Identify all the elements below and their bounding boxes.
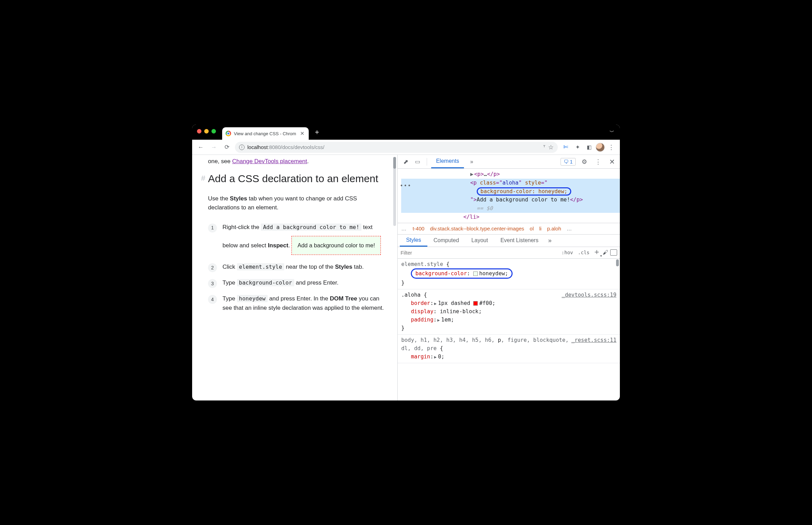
url-port: :8080 bbox=[268, 144, 281, 150]
subtabs-overflow-icon[interactable]: » bbox=[545, 237, 555, 244]
ellipsis-icon[interactable]: ••• bbox=[400, 182, 412, 190]
cls-toggle[interactable]: .cls bbox=[576, 250, 591, 255]
crumb-item-selected[interactable]: p.aloh bbox=[547, 226, 561, 231]
rules-scrollbar[interactable] bbox=[616, 259, 619, 266]
crumb-item[interactable]: ol bbox=[530, 226, 534, 231]
close-window-button[interactable] bbox=[197, 129, 201, 133]
tabs-overflow-icon[interactable]: » bbox=[465, 155, 478, 168]
list-item: 2 Click element.style near the top of th… bbox=[208, 262, 388, 272]
inline-code: Add a background color to me! bbox=[261, 224, 361, 231]
heading-text: Add a CSS declaration to an element bbox=[208, 173, 378, 184]
highlight-style: background-color: honeydew; bbox=[477, 187, 571, 196]
inline-code: background-color bbox=[237, 279, 294, 286]
scissors-icon[interactable]: ✄ bbox=[561, 142, 571, 152]
issues-count: 1 bbox=[570, 159, 573, 165]
browser-menu-icon[interactable]: ⋮ bbox=[606, 142, 616, 152]
bookmark-star-icon[interactable]: ☆ bbox=[548, 143, 554, 151]
new-rule-icon[interactable]: ＋▾ bbox=[593, 247, 601, 257]
maximize-window-button[interactable] bbox=[211, 129, 216, 133]
extensions-icon[interactable]: ✦ bbox=[572, 142, 583, 152]
page-scrollbar[interactable] bbox=[393, 157, 396, 226]
chrome-favicon-icon bbox=[226, 131, 231, 136]
crumb-more[interactable]: … bbox=[567, 226, 573, 231]
device-toolbar-icon[interactable]: ▭ bbox=[412, 157, 423, 167]
heading-anchor-icon[interactable]: # bbox=[201, 174, 205, 183]
devtools-panel: ⬈ ▭ Elements » 🗨 1 ⚙ ⋮ ✕ ••• ▶<p>…</p> bbox=[397, 155, 620, 400]
address-bar[interactable]: i localhost:8080/docs/devtools/css/ ᵀ ☆ bbox=[235, 142, 558, 153]
step-number: 3 bbox=[208, 279, 217, 288]
link-change-placement[interactable]: Change DevTools placement bbox=[232, 158, 307, 165]
highlight-declaration: background-color: honeydew; bbox=[411, 268, 513, 279]
dom-breadcrumb[interactable]: … t-400 div.stack.stack--block.type.cent… bbox=[398, 223, 620, 235]
tab-list-chevron-icon[interactable]: ﹀ bbox=[610, 129, 614, 135]
url-path: /docs/devtools/css/ bbox=[281, 144, 325, 150]
styles-subtabs: Styles Computed Layout Event Listeners » bbox=[398, 235, 620, 247]
back-button[interactable]: ← bbox=[196, 142, 206, 152]
separator bbox=[427, 158, 427, 166]
crumb-item[interactable]: div.stack.stack--block.type.center-image… bbox=[430, 226, 524, 231]
dom-node[interactable]: </li> bbox=[401, 213, 620, 221]
forward-button[interactable]: → bbox=[209, 142, 219, 152]
crumb-more[interactable]: … bbox=[401, 226, 407, 231]
intro-paragraph: Use the Styles tab when you want to chan… bbox=[208, 194, 388, 212]
styles-filter-input[interactable] bbox=[400, 250, 558, 256]
dom-node[interactable]: ▶<p>…</p> bbox=[401, 170, 620, 179]
content: one, see Change DevTools placement. # Ad… bbox=[192, 155, 620, 400]
step-number: 4 bbox=[208, 295, 217, 304]
profile-avatar[interactable] bbox=[596, 143, 605, 152]
url-host: localhost bbox=[247, 144, 268, 150]
color-swatch-icon[interactable] bbox=[473, 271, 478, 276]
settings-gear-icon[interactable]: ⚙ bbox=[579, 157, 590, 167]
step-number: 1 bbox=[208, 224, 217, 232]
toggle-sidebar-icon[interactable] bbox=[610, 249, 617, 256]
dom-tree[interactable]: ••• ▶<p>…</p> <p class="aloha" style=" b… bbox=[398, 169, 620, 223]
hov-toggle[interactable]: :hov bbox=[560, 250, 575, 255]
rule-reset[interactable]: _reset.scss:11 body, h1, h2, h3, h4, h5,… bbox=[398, 335, 620, 363]
tab-title: View and change CSS - Chrom bbox=[234, 131, 296, 136]
new-tab-button[interactable]: ＋ bbox=[312, 127, 322, 137]
url-text: localhost:8080/docs/devtools/css/ bbox=[247, 144, 324, 150]
subtab-layout[interactable]: Layout bbox=[465, 235, 494, 247]
devtools-toolbar: ⬈ ▭ Elements » 🗨 1 ⚙ ⋮ ✕ bbox=[398, 155, 620, 169]
list-item: 4 Type honeydew and press Enter. In the … bbox=[208, 294, 388, 313]
rule-element-style[interactable]: element.style { background-color: honeyd… bbox=[398, 259, 620, 289]
side-panel-icon[interactable]: ◧ bbox=[584, 142, 594, 152]
steps-list: 1 Right-click the Add a background color… bbox=[208, 223, 388, 313]
site-info-icon[interactable]: i bbox=[239, 145, 245, 150]
rule-source-link[interactable]: _devtools.scss:19 bbox=[562, 291, 616, 299]
inspect-element-icon[interactable]: ⬈ bbox=[400, 157, 411, 167]
crumb-item[interactable]: li bbox=[539, 226, 542, 231]
tab-elements[interactable]: Elements bbox=[431, 155, 464, 168]
expand-caret-icon[interactable]: ▶ bbox=[470, 171, 473, 177]
subtab-computed[interactable]: Computed bbox=[427, 235, 465, 247]
crumb-item[interactable]: t-400 bbox=[413, 226, 424, 231]
color-swatch-icon[interactable] bbox=[473, 301, 478, 306]
dom-node-selected[interactable]: <p class="aloha" style=" background-colo… bbox=[401, 179, 620, 213]
issues-badge[interactable]: 🗨 1 bbox=[561, 158, 576, 166]
minimize-window-button[interactable] bbox=[204, 129, 209, 133]
rule-source-link[interactable]: _reset.scss:11 bbox=[571, 336, 616, 344]
close-tab-icon[interactable]: ✕ bbox=[300, 130, 305, 137]
toolbar-actions: ✄ ✦ ◧ ⋮ bbox=[561, 142, 616, 152]
reload-button[interactable]: ⟳ bbox=[222, 142, 232, 152]
titlebar: View and change CSS - Chrom ✕ ＋ ﹀ bbox=[192, 125, 620, 140]
styles-filter-row: :hov .cls ＋▾ 🖌 bbox=[398, 247, 620, 259]
browser-tab[interactable]: View and change CSS - Chrom ✕ bbox=[222, 127, 309, 140]
paint-bucket-icon[interactable]: 🖌 bbox=[603, 249, 608, 256]
styles-rules: element.style { background-color: honeyd… bbox=[398, 259, 620, 400]
inline-code: element.style bbox=[237, 263, 284, 270]
demo-honeydew-box[interactable]: Add a background color to me! bbox=[291, 236, 381, 255]
page-heading: # Add a CSS declaration to an element bbox=[208, 172, 388, 185]
close-devtools-icon[interactable]: ✕ bbox=[607, 157, 617, 167]
devtools-menu-icon[interactable]: ⋮ bbox=[593, 157, 603, 167]
step-number: 2 bbox=[208, 263, 217, 272]
subtab-styles[interactable]: Styles bbox=[400, 235, 427, 247]
browser-window: View and change CSS - Chrom ✕ ＋ ﹀ ← → ⟳ … bbox=[192, 125, 620, 400]
subtab-event-listeners[interactable]: Event Listeners bbox=[494, 235, 545, 247]
share-icon[interactable]: ᵀ bbox=[543, 144, 545, 150]
rule-aloha[interactable]: _devtools.scss:19 .aloha { border:▶1px d… bbox=[398, 289, 620, 335]
issues-icon: 🗨 bbox=[564, 159, 568, 165]
toolbar: ← → ⟳ i localhost:8080/docs/devtools/css… bbox=[192, 140, 620, 155]
window-controls bbox=[197, 129, 216, 133]
list-item: 1 Right-click the Add a background color… bbox=[208, 223, 388, 257]
